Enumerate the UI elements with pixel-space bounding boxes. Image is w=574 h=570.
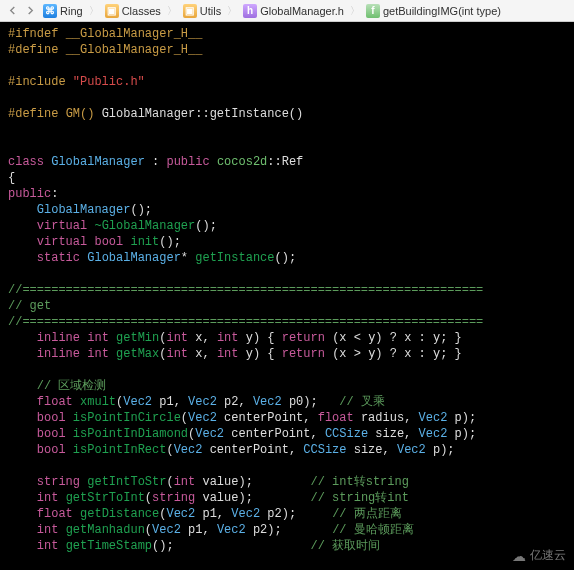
comment-sep: //======================================…: [8, 283, 483, 297]
breadcrumb-item-function[interactable]: f getBuildingIMG(int type): [363, 3, 504, 19]
type: Vec2: [152, 523, 181, 537]
code-text: GlobalManager::getInstance(): [102, 107, 304, 121]
code-text: value);: [195, 475, 253, 489]
folder-icon: ▣: [183, 4, 197, 18]
code-text: ();: [152, 539, 174, 553]
type: int: [87, 331, 109, 345]
nav-forward-button[interactable]: [22, 3, 38, 19]
code-text: p2);: [246, 523, 282, 537]
preproc: #include: [8, 75, 66, 89]
code-text: p1,: [152, 395, 188, 409]
type: int: [217, 331, 239, 345]
comment: // int转string: [310, 475, 408, 489]
function-icon: f: [366, 4, 380, 18]
breadcrumb-item-folder[interactable]: ▣ Classes: [102, 3, 164, 19]
paren: (: [145, 491, 152, 505]
type: int: [87, 347, 109, 361]
breadcrumb-item-header[interactable]: h GlobalManager.h: [240, 3, 347, 19]
type: float: [37, 507, 73, 521]
macro: GM(): [66, 107, 95, 121]
code-text: p);: [447, 411, 476, 425]
type: Vec2: [419, 411, 448, 425]
star: *: [181, 251, 188, 265]
comment: // 叉乘: [339, 395, 385, 409]
code-text: x,: [188, 331, 217, 345]
breadcrumb-label: GlobalManager.h: [260, 5, 344, 17]
code-editor[interactable]: #ifndef __GlobalManager_H__ #define __Gl…: [0, 22, 574, 570]
chevron-right-icon: 〉: [349, 4, 361, 18]
type: bool: [94, 235, 123, 249]
code-text: size,: [347, 443, 397, 457]
code-text: (x < y) ? x : y; }: [325, 331, 462, 345]
namespace: cocos2d: [217, 155, 267, 169]
fn: getTimeStamp: [66, 539, 152, 553]
keyword: public: [8, 187, 51, 201]
type: int: [166, 331, 188, 345]
type: string: [37, 475, 80, 489]
breadcrumb-label: getBuildingIMG(int type): [383, 5, 501, 17]
code-text: p2,: [217, 395, 253, 409]
code-text: (x > y) ? x : y; }: [325, 347, 462, 361]
comment: // 获取时间: [310, 539, 380, 553]
chevron-right-icon: 〉: [226, 4, 238, 18]
breadcrumb-item-folder[interactable]: ▣ Utils: [180, 3, 224, 19]
code-text: p0);: [282, 395, 340, 409]
class-name: GlobalManager: [87, 251, 181, 265]
header-file-icon: h: [243, 4, 257, 18]
type: int: [37, 523, 59, 537]
keyword: virtual: [37, 219, 87, 233]
nav-back-button[interactable]: [4, 3, 20, 19]
watermark: ☁ 亿速云: [512, 547, 566, 564]
breadcrumb-label: Classes: [122, 5, 161, 17]
code-text: value);: [195, 491, 253, 505]
code-text: p1,: [195, 507, 231, 521]
keyword: return: [282, 347, 325, 361]
breadcrumb-item-project[interactable]: ⌘ Ring: [40, 3, 86, 19]
comment-sep: //======================================…: [8, 315, 483, 329]
code-text: p1,: [181, 523, 217, 537]
code-text: p);: [426, 443, 455, 457]
code-text: p);: [447, 427, 476, 441]
constructor: GlobalManager: [37, 203, 131, 217]
fn: getInstance: [195, 251, 274, 265]
chevron-right-icon: 〉: [88, 4, 100, 18]
type: float: [37, 395, 73, 409]
macro: __GlobalManager_H__: [66, 43, 203, 57]
fn: getMax: [116, 347, 159, 361]
code-text: ();: [195, 219, 217, 233]
project-icon: ⌘: [43, 4, 57, 18]
comment: // get: [8, 299, 51, 313]
breadcrumb-label: Ring: [60, 5, 83, 17]
comment: // 区域检测: [37, 379, 107, 393]
keyword: return: [282, 331, 325, 345]
type: int: [166, 347, 188, 361]
code-text: y) {: [239, 347, 282, 361]
type: Vec2: [217, 523, 246, 537]
type: int: [174, 475, 196, 489]
breadcrumb-bar: ⌘ Ring 〉 ▣ Classes 〉 ▣ Utils 〉 h GlobalM…: [0, 0, 574, 22]
paren: (: [166, 443, 173, 457]
fn: isPointInCircle: [73, 411, 181, 425]
type: Vec2: [397, 443, 426, 457]
type: bool: [37, 427, 66, 441]
watermark-text: 亿速云: [530, 547, 566, 564]
code-text: ();: [159, 235, 181, 249]
code-text: centerPoint,: [224, 427, 325, 441]
keyword: inline: [37, 347, 80, 361]
code-text: centerPoint,: [217, 411, 318, 425]
type: string: [152, 491, 195, 505]
code-text: ();: [130, 203, 152, 217]
type: Vec2: [231, 507, 260, 521]
code-text: size,: [368, 427, 418, 441]
colon: :: [51, 187, 58, 201]
code-text: radius,: [354, 411, 419, 425]
fn: getMin: [116, 331, 159, 345]
code-text: :: [145, 155, 167, 169]
preproc: #define: [8, 43, 58, 57]
preproc: #define: [8, 107, 58, 121]
fn: getDistance: [80, 507, 159, 521]
macro: __GlobalManager_H__: [66, 27, 203, 41]
paren: (: [145, 523, 152, 537]
chevron-right-icon: 〉: [166, 4, 178, 18]
code-text: ();: [274, 251, 296, 265]
